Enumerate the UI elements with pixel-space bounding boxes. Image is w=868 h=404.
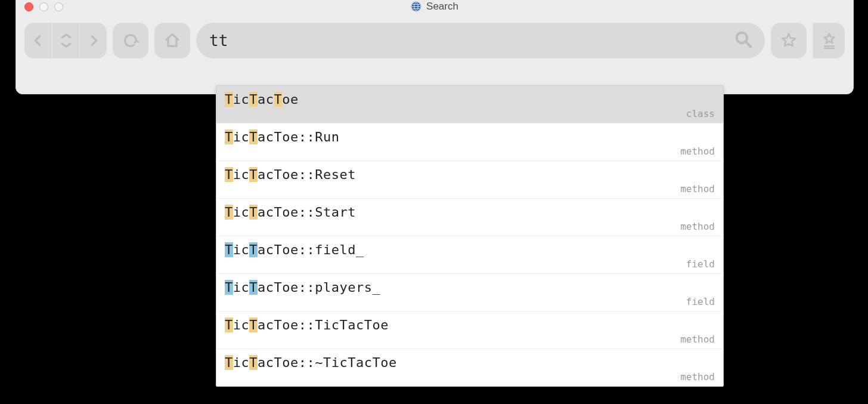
bookmarks-group — [813, 23, 845, 58]
search-result-title: TicTacToe::~TicTacToe — [225, 355, 715, 370]
address-bar[interactable] — [196, 23, 765, 58]
nav-back-button[interactable] — [24, 23, 52, 58]
reload-button[interactable] — [113, 23, 148, 58]
nav-history-button[interactable] — [52, 23, 79, 58]
bookmarks-list-button[interactable] — [813, 23, 845, 58]
home-button[interactable] — [154, 23, 190, 58]
search-result-title: TicTacToe::players_ — [225, 280, 715, 295]
titlebar: Search — [16, 0, 853, 14]
search-result-title: TicTacToe::TicTacToe — [225, 317, 715, 332]
bookmark-button[interactable] — [771, 23, 807, 58]
search-result[interactable]: TicTacToe::TicTacToemethod — [216, 312, 723, 349]
search-result-kind: method — [225, 221, 715, 232]
search-result[interactable]: TicTacToe::players_field — [216, 274, 723, 312]
window-title: Search — [16, 1, 853, 13]
search-result-kind: class — [225, 108, 715, 119]
window: Search — [16, 0, 854, 94]
search-result[interactable]: TicTacToe::Runmethod — [216, 124, 723, 161]
search-result-kind: method — [225, 334, 715, 345]
search-dropdown: TicTacToeclassTicTacToe::RunmethodTicTac… — [216, 85, 724, 387]
search-result[interactable]: TicTacToe::Resetmethod — [216, 161, 723, 199]
app-icon — [411, 1, 421, 12]
search-result-title: TicTacToe::Start — [225, 205, 715, 220]
search-result-kind: field — [225, 296, 715, 307]
search-result-kind: method — [225, 146, 715, 157]
search-result-title: TicTacToe::field_ — [225, 242, 715, 257]
nav-forward-button[interactable] — [79, 23, 107, 58]
search-result-kind: field — [225, 258, 715, 270]
search-result[interactable]: TicTacToe::~TicTacToemethod — [216, 349, 723, 386]
search-result-kind: method — [225, 183, 715, 195]
search-input[interactable] — [208, 31, 728, 50]
search-result-kind: method — [225, 371, 715, 383]
search-result-title: TicTacToe::Reset — [225, 167, 715, 182]
toolbar — [16, 14, 853, 62]
nav-group — [24, 23, 107, 58]
window-title-text: Search — [426, 1, 458, 13]
search-result-title: TicTacToe — [225, 92, 715, 107]
search-result[interactable]: TicTacToe::field_field — [216, 236, 723, 274]
search-result-title: TicTacToe::Run — [225, 129, 715, 144]
search-icon[interactable] — [734, 30, 753, 51]
search-result[interactable]: TicTacToeclass — [216, 86, 723, 124]
search-result[interactable]: TicTacToe::Startmethod — [216, 199, 723, 236]
